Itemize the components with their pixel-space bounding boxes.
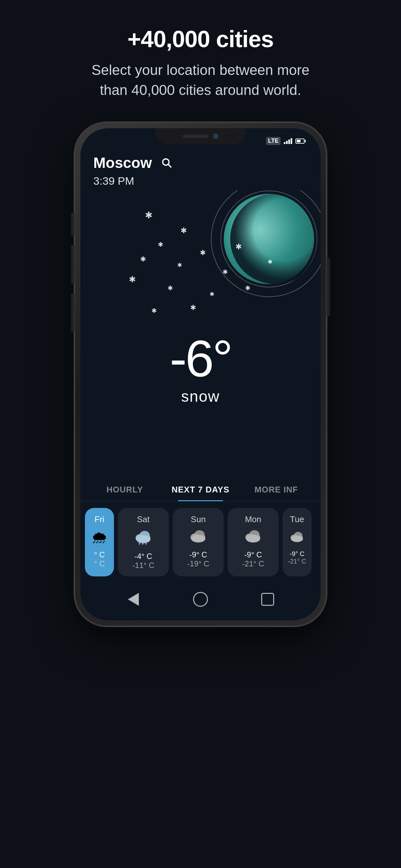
- recent-icon: [261, 593, 274, 606]
- promo-section: +40,000 cities Select your location betw…: [62, 0, 339, 113]
- app-header: Moscow: [81, 148, 320, 175]
- search-icon: [161, 157, 173, 168]
- temp-low-sat: -11° C: [132, 561, 154, 570]
- battery-icon: [296, 138, 305, 144]
- forecast-day-sun: Sun: [191, 515, 206, 524]
- front-camera: [213, 134, 218, 139]
- svg-point-22: [291, 536, 303, 542]
- forecast-temps-mon: -9° C -21° C: [242, 550, 264, 568]
- forecast-icon-mon: [243, 529, 263, 546]
- forecast-tabs: HOURLY NEXT 7 DAYS MORE INF: [81, 477, 320, 501]
- temp-low-mon: -21° C: [242, 559, 264, 568]
- battery-level: [297, 140, 301, 143]
- forecast-day-tue: Tue: [290, 515, 304, 524]
- snow-flake: ✱: [167, 284, 173, 292]
- weather-description: snow: [81, 388, 320, 405]
- forecast-card-mon[interactable]: Mon -9° C -21° C: [227, 508, 279, 577]
- svg-point-14: [191, 535, 205, 542]
- tab-hourly[interactable]: HOURLY: [87, 477, 163, 501]
- forecast-day-mon: Mon: [245, 515, 261, 524]
- signal-bar-2: [286, 141, 288, 144]
- city-name: Moscow: [93, 154, 152, 172]
- snow-flake: ✱: [158, 241, 163, 248]
- promo-subtitle: Select your location between more than 4…: [88, 60, 313, 100]
- tab-more-info[interactable]: MORE INF: [238, 477, 314, 501]
- temp-high-sat: -4° C: [132, 552, 154, 561]
- snow-flake: ✱: [235, 242, 242, 251]
- temp-high-tue: -9° C: [288, 550, 306, 558]
- temp-low-tue: -21° C: [288, 558, 306, 565]
- temperature-value: -6°: [81, 333, 320, 384]
- bottom-nav: [81, 583, 320, 620]
- forecast-card-fri[interactable]: Fri 🌧 ° C ° C: [85, 508, 114, 577]
- svg-line-1: [168, 164, 171, 167]
- svg-point-8: [142, 543, 144, 545]
- app-time: 3:39 PM: [81, 175, 320, 190]
- snow-flake: ✱: [145, 210, 152, 221]
- temp-high-fri: ° C: [94, 550, 105, 559]
- signal-bar-1: [284, 142, 285, 144]
- nav-back-button[interactable]: [122, 588, 145, 611]
- snow-flake: ✱: [200, 249, 206, 257]
- forecast-temps-sun: -9° C -19° C: [187, 550, 209, 568]
- forecast-icon-sun: [189, 529, 208, 546]
- signal-icon: [284, 138, 292, 144]
- snow-flake: ✱: [151, 307, 157, 314]
- phone-screen: LTE Moscow: [81, 128, 320, 620]
- status-indicators: LTE: [266, 137, 305, 145]
- snow-flake: ✱: [190, 304, 196, 312]
- signal-bar-4: [290, 138, 292, 144]
- svg-point-5: [136, 535, 150, 543]
- power-button: [327, 258, 330, 316]
- snow-flake: ✱: [210, 290, 214, 298]
- signal-bar-3: [288, 140, 290, 144]
- forecast-temps-tue: -9° C -21° C: [288, 550, 306, 565]
- svg-point-18: [246, 535, 260, 542]
- silent-switch: [71, 293, 74, 332]
- temperature-section: -6° snow: [81, 326, 320, 408]
- snow-flake: ✱: [129, 275, 136, 284]
- back-icon: [128, 593, 139, 606]
- home-icon: [193, 592, 208, 607]
- weather-visual: ✱ ✱ ✱ ✱ ✱ ✱ ✱ ✱ ✱ ✱ ✱ ✱ ✱ ✱ ✱: [81, 190, 320, 326]
- forecast-section: Fri 🌧 ° C ° C Sat: [81, 501, 320, 583]
- speaker-grille: [183, 135, 209, 138]
- forecast-icon-tue: [289, 529, 305, 546]
- forecast-card-tue[interactable]: Tue -9° C -21° C: [282, 508, 312, 577]
- nav-home-button[interactable]: [189, 588, 212, 611]
- notch: [155, 128, 246, 144]
- search-button[interactable]: [158, 154, 175, 171]
- promo-title: +40,000 cities: [88, 26, 313, 52]
- temp-low-fri: ° C: [94, 559, 105, 568]
- nav-recent-button[interactable]: [256, 588, 279, 611]
- snow-flake: ✱: [140, 255, 146, 264]
- snow-particles: ✱ ✱ ✱ ✱ ✱ ✱ ✱ ✱ ✱ ✱ ✱ ✱ ✱ ✱ ✱: [81, 190, 320, 326]
- snow-flake: ✱: [181, 226, 187, 235]
- snow-flake: ✱: [268, 258, 273, 266]
- snow-flake: ✱: [245, 284, 251, 292]
- forecast-day-sat: Sat: [137, 515, 150, 524]
- forecast-card-sun[interactable]: Sun -9° C -19° C: [173, 508, 224, 577]
- snow-flake: ✱: [222, 268, 228, 276]
- phone-mockup: LTE Moscow: [74, 122, 327, 626]
- forecast-card-sat[interactable]: Sat -4° C: [118, 508, 169, 577]
- volume-up-button: [71, 213, 74, 236]
- snow-flake: ✱: [177, 261, 182, 269]
- tab-next7days[interactable]: NEXT 7 DAYS: [163, 477, 239, 501]
- temp-high-sun: -9° C: [187, 550, 209, 559]
- temp-high-mon: -9° C: [242, 550, 264, 559]
- forecast-day-fri: Fri: [95, 515, 104, 524]
- forecast-temps-fri: ° C ° C: [94, 550, 105, 568]
- forecast-icon-fri: 🌧: [91, 529, 108, 546]
- temp-low-sun: -19° C: [187, 559, 209, 568]
- lte-badge: LTE: [266, 137, 281, 145]
- forecast-temps-sat: -4° C -11° C: [132, 552, 154, 570]
- volume-down-button: [71, 245, 74, 284]
- forecast-icon-sat: [134, 529, 153, 547]
